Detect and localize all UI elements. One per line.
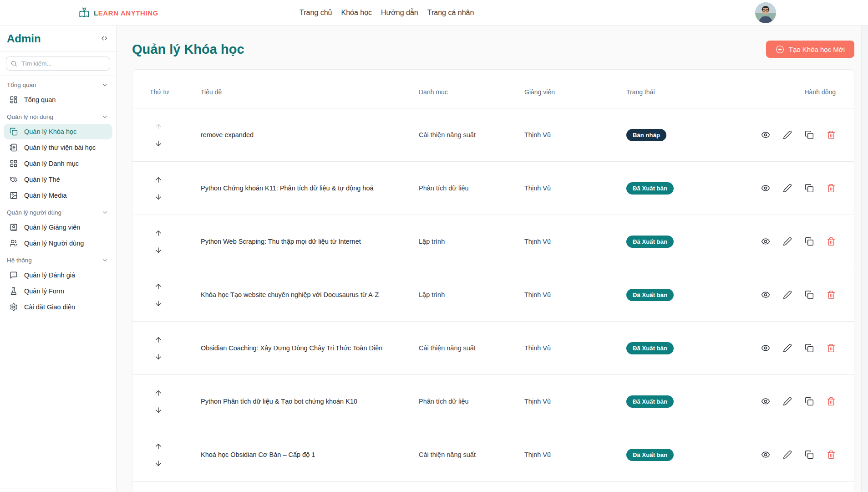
delete-button[interactable] [827, 184, 836, 193]
view-button[interactable] [761, 397, 770, 406]
user-avatar[interactable] [755, 2, 776, 23]
column-header-instructor: Giảng viên [524, 88, 626, 96]
eye-icon [761, 397, 770, 406]
nav-item-guide[interactable]: Hướng dẫn [381, 7, 418, 19]
course-title: remove expanded [201, 131, 419, 138]
move-down-button[interactable] [154, 193, 162, 201]
delete-button[interactable] [827, 397, 836, 406]
move-up-button[interactable] [154, 176, 162, 184]
duplicate-button[interactable] [805, 130, 814, 139]
create-course-button[interactable]: Tạo Khóa học Mới [766, 41, 854, 58]
edit-button[interactable] [783, 290, 792, 299]
flask-icon [10, 287, 18, 295]
column-header-title: Tiêu đề [201, 88, 419, 96]
view-button[interactable] [761, 343, 770, 353]
order-cell [132, 123, 201, 148]
sidebar-item-users[interactable]: Quản lý Người dùng [4, 236, 112, 251]
sidebar-collapse-button[interactable] [101, 35, 108, 42]
actions-cell [756, 130, 854, 139]
arrow-up-icon [154, 442, 162, 451]
view-button[interactable] [761, 130, 770, 139]
duplicate-button[interactable] [805, 184, 814, 193]
edit-button[interactable] [783, 343, 792, 353]
move-up-button[interactable] [154, 389, 162, 397]
eye-icon [761, 184, 770, 193]
course-title: Python Web Scraping: Thu thập mọi dữ liệ… [201, 238, 419, 245]
course-category: Cải thiện năng suất [419, 344, 524, 352]
move-down-button[interactable] [154, 406, 162, 414]
sidebar-search-input[interactable] [6, 56, 110, 71]
course-category: Lập trình [419, 238, 524, 245]
sidebar-item-lesson-library[interactable]: Quản lý thư viện bài học [4, 140, 112, 155]
sidebar-item-label: Quản lý Khóa học [24, 128, 76, 135]
order-cell [132, 336, 201, 361]
arrow-up-icon [154, 123, 162, 131]
table-body: remove expanded Cải thiện năng suất Thịn… [132, 108, 854, 492]
column-header-status: Trạng thái [626, 88, 756, 96]
move-down-button[interactable] [154, 139, 162, 148]
edit-button[interactable] [783, 237, 792, 246]
sidebar-item-reviews[interactable]: Quản lý Đánh giá [4, 267, 112, 283]
move-down-button[interactable] [154, 299, 162, 308]
sidebar-item-media[interactable]: Quản lý Media [4, 188, 112, 203]
nav-item-courses[interactable]: Khóa học [341, 7, 372, 19]
duplicate-button[interactable] [805, 397, 814, 406]
duplicate-button[interactable] [805, 290, 814, 299]
delete-button[interactable] [827, 237, 836, 246]
nav-item-profile[interactable]: Trang cá nhân [427, 7, 474, 19]
logo-link[interactable]: LEARN ANYTHING [78, 0, 158, 26]
duplicate-button[interactable] [805, 450, 814, 459]
sidebar-section-system[interactable]: Hệ thống [0, 251, 116, 267]
status-badge: Đã Xuất bản [626, 449, 674, 461]
sidebar-item-appearance[interactable]: Cài đặt Giao diện [4, 299, 112, 315]
sidebar-section-overview[interactable]: Tổng quan [0, 76, 116, 92]
move-down-button[interactable] [154, 459, 162, 467]
edit-button[interactable] [783, 130, 792, 139]
table-row: Obsidian Coaching: Xây Dựng Dòng Chảy Tr… [132, 321, 854, 374]
move-up-button[interactable] [154, 229, 162, 237]
copy-stack-icon [10, 128, 18, 136]
scrollbar-track[interactable] [861, 26, 868, 492]
table-row: Khóa học Tạo website chuyên nghiệp với D… [132, 268, 854, 321]
edit-button[interactable] [783, 397, 792, 406]
grid-icon [10, 159, 18, 168]
sidebar-item-tags[interactable]: Quản lý Thẻ [4, 172, 112, 187]
course-instructor: Thịnh Vũ [524, 291, 626, 298]
trash-icon [827, 290, 836, 299]
sidebar-item-forms[interactable]: Quản lý Form [4, 283, 112, 299]
edit-button[interactable] [783, 450, 792, 459]
duplicate-button[interactable] [805, 343, 814, 353]
sidebar-item-label: Quản lý Người dùng [24, 240, 84, 247]
duplicate-button[interactable] [805, 237, 814, 246]
move-down-button[interactable] [154, 353, 162, 361]
nav-item-home[interactable]: Trang chủ [299, 7, 332, 19]
sidebar-item-overview[interactable]: Tổng quan [4, 92, 112, 108]
sidebar-section-content[interactable]: Quản lý nội dung [0, 108, 116, 123]
sidebar-section-users[interactable]: Quản lý người dùng [0, 204, 116, 219]
delete-button[interactable] [827, 450, 836, 459]
table-row: Khoá học Obsidian Cơ Bản – Cấp độ 1 Cải … [132, 428, 854, 481]
view-button[interactable] [761, 290, 770, 299]
delete-button[interactable] [827, 290, 836, 299]
course-title: Khóa học Tạo website chuyên nghiệp với D… [201, 291, 419, 298]
move-up-button[interactable] [154, 282, 162, 291]
move-up-button[interactable] [154, 336, 162, 344]
sidebar-item-categories[interactable]: Quản lý Danh mục [4, 156, 112, 171]
view-button[interactable] [761, 450, 770, 459]
sidebar-item-instructors[interactable]: Quản lý Giảng viên [4, 220, 112, 235]
tags-icon [10, 175, 18, 184]
id-card-icon [10, 223, 18, 231]
sidebar-item-courses[interactable]: Quản lý Khóa học [4, 124, 112, 139]
view-button[interactable] [761, 184, 770, 193]
delete-button[interactable] [827, 343, 836, 353]
move-down-button[interactable] [154, 246, 162, 254]
move-up-button[interactable] [154, 442, 162, 451]
logo-text: LEARN ANYTHING [94, 9, 158, 17]
arrow-down-icon [154, 139, 162, 148]
delete-button[interactable] [827, 130, 836, 139]
edit-button[interactable] [783, 184, 792, 193]
course-title: Obsidian Coaching: Xây Dựng Dòng Chảy Tr… [201, 344, 419, 352]
eye-icon [761, 343, 770, 353]
view-button[interactable] [761, 237, 770, 246]
arrow-up-icon [154, 336, 162, 344]
